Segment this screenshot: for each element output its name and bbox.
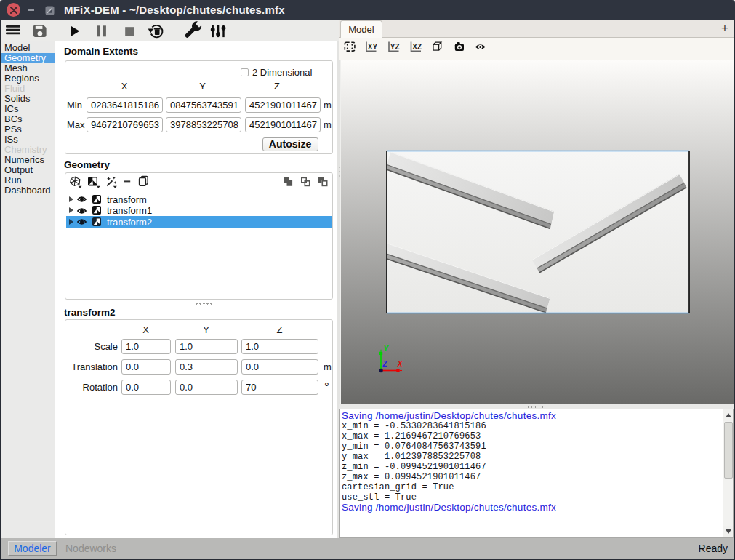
svg-text:X: X [397, 360, 403, 368]
svg-text:YZ: YZ [390, 43, 400, 51]
svg-text:XZ: XZ [412, 43, 422, 51]
svg-text:XY: XY [368, 43, 378, 51]
svg-text:Z: Z [382, 360, 388, 368]
svg-text:Y: Y [384, 345, 390, 353]
